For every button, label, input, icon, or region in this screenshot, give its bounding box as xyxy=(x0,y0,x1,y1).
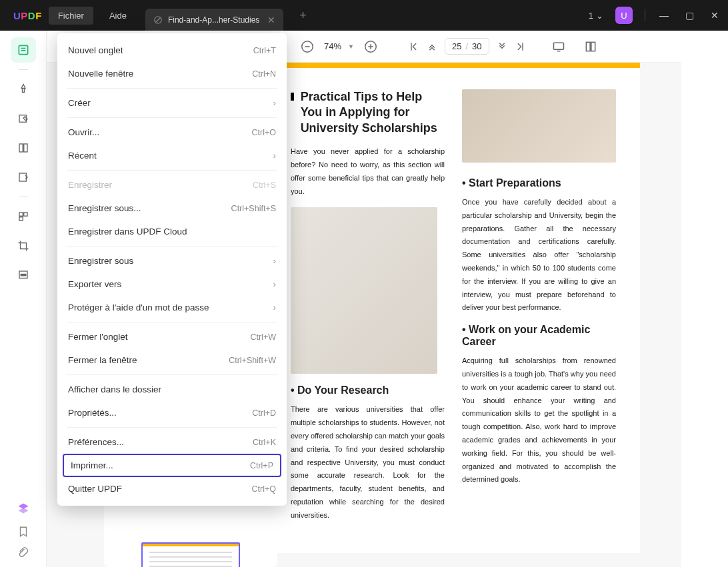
first-page-icon[interactable] xyxy=(407,41,419,53)
menu-save-cloud[interactable]: Enregistrer dans UPDF Cloud xyxy=(57,220,287,243)
svg-rect-30 xyxy=(553,43,563,49)
titlebar: UPDF Fichier Aide Find-and-Ap...her-Stud… xyxy=(0,0,728,31)
page-input[interactable]: 25/30 xyxy=(445,38,489,55)
chevron-right-icon: › xyxy=(273,302,277,312)
svg-rect-10 xyxy=(23,213,27,216)
chevron-right-icon: › xyxy=(273,256,277,266)
next-page-icon[interactable] xyxy=(496,41,508,53)
menu-file[interactable]: Fichier xyxy=(49,7,93,25)
svg-rect-13 xyxy=(21,275,26,276)
page-thumbnail[interactable]: 25 xyxy=(141,542,240,567)
bookmark-icon[interactable] xyxy=(17,526,29,538)
doc-para-prep: Once you have carefully decided about a … xyxy=(462,196,616,314)
doc-para-research: There are various universities that offe… xyxy=(291,403,445,522)
svg-rect-6 xyxy=(19,144,23,152)
menu-save: EnregistrerCtrl+S xyxy=(57,173,287,197)
doc-para-career: Acquiring full scholarships from renowne… xyxy=(462,354,616,486)
chevron-down-icon: ⌄ xyxy=(596,11,603,21)
doc-subheading-prep: Start Preparations xyxy=(462,177,616,189)
menu-create[interactable]: Créer› xyxy=(57,91,287,115)
crop-icon[interactable] xyxy=(11,233,36,259)
zoom-value[interactable]: 74%▼ xyxy=(324,41,354,51)
zoom-out-icon[interactable] xyxy=(300,39,315,54)
maximize-button[interactable]: ▢ xyxy=(683,10,696,21)
chevron-right-icon: › xyxy=(273,151,277,161)
menu-print[interactable]: Imprimer...Ctrl+P xyxy=(63,454,281,477)
menu-recent[interactable]: Récent› xyxy=(57,144,287,167)
doc-subheading-research: Do Your Research xyxy=(291,384,445,396)
highlight-icon[interactable] xyxy=(11,77,36,102)
menu-export[interactable]: Exporter vers› xyxy=(57,273,287,296)
user-avatar[interactable]: U xyxy=(615,7,633,24)
menu-open[interactable]: Ouvrir...Ctrl+O xyxy=(57,121,287,144)
chevron-right-icon: › xyxy=(273,98,277,108)
chevron-right-icon: › xyxy=(273,279,277,289)
page-layout-icon[interactable] xyxy=(11,135,36,161)
organize-icon[interactable] xyxy=(11,204,36,229)
prev-page-icon[interactable] xyxy=(426,41,438,53)
tab-disabled-icon xyxy=(153,15,163,25)
svg-rect-11 xyxy=(19,217,23,221)
menu-new-window[interactable]: Nouvelle fenêtreCtrl+N xyxy=(57,62,287,85)
svg-rect-8 xyxy=(19,173,27,181)
menu-close-window[interactable]: Fermer la fenêtreCtrl+Shift+W xyxy=(57,348,287,372)
doc-intro: Have you never applied for a scholarship… xyxy=(291,145,445,198)
svg-rect-9 xyxy=(19,213,23,216)
doc-heading: Practical Tips to Help You in Applying f… xyxy=(301,89,445,136)
svg-rect-33 xyxy=(591,42,595,51)
menu-close-tab[interactable]: Fermer l'ongletCtrl+W xyxy=(57,325,287,348)
file-menu: Nouvel ongletCtrl+T Nouvelle fenêtreCtrl… xyxy=(57,33,287,506)
menu-help[interactable]: Aide xyxy=(100,7,136,25)
attachment-icon[interactable] xyxy=(17,547,29,559)
svg-line-1 xyxy=(155,17,160,22)
last-page-icon[interactable] xyxy=(515,41,527,53)
doc-subheading-career: Work on your Academic Career xyxy=(462,324,616,348)
reader-mode-icon[interactable] xyxy=(11,37,36,63)
presentation-icon[interactable] xyxy=(552,40,565,53)
menu-properties[interactable]: Propriétés...Ctrl+D xyxy=(57,401,287,424)
menu-protect[interactable]: Protéger à l'aide d'un mot de passe› xyxy=(57,296,287,319)
svg-rect-5 xyxy=(19,115,27,123)
tab-close-icon[interactable]: ✕ xyxy=(267,15,275,25)
menu-new-tab[interactable]: Nouvel ongletCtrl+T xyxy=(57,39,287,62)
page-canvas: Practical Tips to Help You in Applying f… xyxy=(267,63,640,553)
form-icon[interactable] xyxy=(11,165,36,190)
minimize-button[interactable]: — xyxy=(657,10,671,21)
app-logo: UPDF xyxy=(13,10,42,21)
redact-icon[interactable] xyxy=(11,263,36,288)
close-button[interactable]: ✕ xyxy=(708,10,721,21)
layers-icon[interactable] xyxy=(15,500,31,516)
menu-save-as[interactable]: Enregistrer sous...Ctrl+Shift+S xyxy=(57,197,287,220)
tab-title: Find-and-Ap...her-Studies xyxy=(168,15,259,25)
left-sidebar xyxy=(0,31,47,567)
menu-quit[interactable]: Quitter UPDFCtrl+Q xyxy=(57,477,287,500)
edit-text-icon[interactable] xyxy=(11,106,36,131)
view-mode-icon[interactable] xyxy=(584,40,597,53)
new-tab-button[interactable]: + xyxy=(299,9,307,23)
doc-image-laptop xyxy=(462,89,616,163)
menu-save-as-2[interactable]: Enregistrer sous› xyxy=(57,249,287,273)
menu-show-folder[interactable]: Afficher dans le dossier xyxy=(57,378,287,401)
tab-count[interactable]: 1⌄ xyxy=(589,11,603,21)
svg-rect-32 xyxy=(586,42,590,51)
zoom-in-icon[interactable] xyxy=(363,39,378,54)
svg-rect-7 xyxy=(23,144,27,152)
doc-image-student xyxy=(291,207,437,374)
document-tab[interactable]: Find-and-Ap...her-Studies ✕ xyxy=(145,9,283,31)
menu-preferences[interactable]: Préférences...Ctrl+K xyxy=(57,430,287,454)
